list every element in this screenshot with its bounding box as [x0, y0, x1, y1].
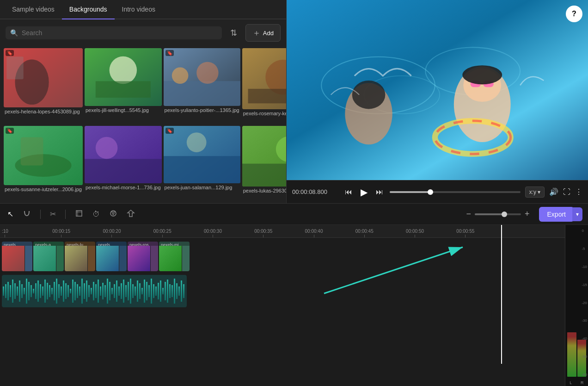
timeline-area: ↖ ✂ ⏱	[0, 203, 588, 386]
svg-rect-82	[72, 280, 74, 303]
left-panel: Sample videos Backgrounds Intro videos 🔍…	[0, 0, 287, 203]
clip-4[interactable]: pexels	[96, 242, 127, 271]
media-item-3[interactable]: 🔖 pexels-yulianto-	[164, 48, 240, 124]
cut-tool[interactable]: ✂	[48, 208, 58, 220]
rewind-button[interactable]: ⏮	[343, 186, 354, 198]
clip-6[interactable]: pexels-mi	[159, 242, 190, 271]
add-button[interactable]: ＋ Add	[245, 24, 281, 42]
svg-point-4	[110, 56, 137, 84]
more-options-button[interactable]: ⋮	[575, 187, 582, 196]
svg-rect-72	[49, 285, 50, 297]
svg-rect-24	[242, 163, 286, 187]
ruler-mark-1: 00:00:15	[52, 229, 70, 237]
search-icon: 🔍	[10, 29, 18, 37]
svg-rect-64	[31, 285, 32, 297]
media-thumb-5: 🔖	[4, 126, 83, 185]
export-wrapper: Export ▾	[535, 207, 582, 222]
transform-tool[interactable]	[125, 207, 137, 221]
svg-rect-41	[76, 211, 82, 216]
media-item-7[interactable]: 🔖 pexels-juan-salaman...129.jpg	[164, 126, 240, 202]
svg-rect-60	[21, 284, 23, 298]
svg-rect-105	[125, 285, 127, 297]
svg-rect-115	[148, 285, 150, 297]
timeline-tracks: pexels pexels-a pexels-lu	[0, 238, 565, 386]
svg-rect-5	[96, 81, 151, 98]
search-input[interactable]	[22, 29, 217, 37]
media-label-2: pexels-jill-wellingt...5545.jpg	[85, 107, 162, 113]
svg-rect-62	[26, 279, 27, 304]
svg-rect-124	[169, 284, 171, 298]
svg-rect-99	[111, 288, 113, 294]
tabs-bar: Sample videos Backgrounds Intro videos	[0, 0, 286, 19]
media-item-1[interactable]: 🔖 pexels-helena-lopes-4453089.j	[4, 48, 83, 124]
timeline-ruler: :10 00:00:15 00:00:20 00:00:25	[0, 225, 565, 238]
svg-rect-61	[24, 288, 25, 294]
svg-rect-104	[123, 280, 124, 303]
clip-2[interactable]: pexels-a	[33, 242, 64, 271]
zoom-slider[interactable]	[475, 213, 521, 215]
meter-labels: 0 -5 -10 -15 -20 -30 -40 -50 -60	[582, 229, 587, 377]
ruler-mark-5: 00:00:35	[254, 229, 272, 237]
svg-rect-93	[98, 280, 99, 303]
tab-backgrounds[interactable]: Backgrounds	[62, 0, 115, 19]
preview-panel: 00:00:08.800 ⏮ ▶ ⏭ x:y ▾ 🔊 ⛶ ⋮ ?	[287, 0, 588, 203]
ruler-mark-3: 00:00:25	[153, 229, 172, 237]
svg-rect-111	[139, 283, 141, 299]
ruler-mark-7: 00:00:45	[355, 229, 374, 237]
bookmark-icon-7: 🔖	[165, 128, 174, 134]
svg-rect-108	[132, 284, 134, 298]
svg-rect-125	[172, 285, 173, 297]
svg-rect-100	[114, 284, 115, 298]
svg-rect-120	[160, 280, 161, 302]
export-dropdown-button[interactable]: ▾	[572, 207, 582, 221]
ruler-mark-6: 00:00:40	[305, 229, 323, 237]
sort-button[interactable]: ⇅	[227, 26, 241, 40]
media-item-5[interactable]: 🔖 pexels-susanne-iutzeler...200	[4, 126, 83, 202]
clip-3[interactable]: pexels-lu	[65, 242, 95, 271]
help-button[interactable]: ?	[566, 6, 582, 22]
zoom-in-button[interactable]: +	[525, 209, 530, 219]
search-box[interactable]: 🔍	[6, 26, 222, 39]
tab-intro-videos[interactable]: Intro videos	[115, 0, 163, 19]
media-thumb-1: 🔖	[4, 48, 83, 107]
svg-rect-56	[12, 280, 13, 303]
export-button[interactable]: Export	[539, 207, 574, 222]
meter-lr: L R	[565, 380, 588, 385]
fullscreen-button[interactable]: ⛶	[563, 188, 570, 196]
fast-forward-button[interactable]: ⏭	[374, 186, 385, 198]
media-item-4[interactable]: pexels-rosemary-ketchum...836.jpg	[242, 48, 286, 124]
play-button[interactable]: ▶	[359, 185, 369, 199]
svg-rect-114	[146, 282, 147, 300]
svg-rect-69	[42, 286, 43, 296]
bookmark-icon-3: 🔖	[165, 50, 174, 56]
media-item-6[interactable]: pexels-michael-morse-1...736.jpg	[85, 126, 162, 202]
svg-rect-7	[164, 81, 240, 106]
filter-tool[interactable]	[107, 207, 119, 221]
svg-rect-87	[84, 283, 85, 299]
zoom-out-button[interactable]: −	[466, 209, 472, 219]
tab-sample-videos[interactable]: Sample videos	[5, 0, 62, 19]
time-display: 00:00:08.800	[292, 188, 338, 195]
svg-rect-128	[178, 286, 180, 296]
clip-5[interactable]: pexels-ros	[128, 242, 158, 271]
speed-tool[interactable]: ⏱	[91, 208, 102, 220]
volume-button[interactable]: 🔊	[549, 187, 558, 196]
audio-track	[2, 275, 187, 307]
preview-scrubber[interactable]	[390, 191, 521, 193]
svg-point-21	[186, 132, 206, 152]
media-item-2[interactable]: pexels-jill-wellingt...5545.jpg	[85, 48, 162, 124]
svg-rect-96	[104, 285, 106, 297]
svg-rect-57	[14, 283, 16, 299]
svg-rect-71	[47, 283, 48, 299]
svg-rect-101	[116, 280, 117, 302]
clip-1[interactable]: pexels	[2, 242, 32, 271]
magnet-tool[interactable]	[21, 207, 33, 221]
media-item-8[interactable]: pexels-lukas-296302.jpg	[242, 126, 286, 202]
crop-tool[interactable]	[73, 207, 85, 221]
svg-rect-68	[40, 284, 41, 298]
svg-rect-83	[74, 282, 76, 300]
select-tool[interactable]: ↖	[6, 208, 15, 220]
aspect-ratio-button[interactable]: x:y ▾	[525, 187, 545, 198]
svg-point-9	[196, 62, 218, 84]
plus-icon: ＋	[252, 27, 261, 38]
